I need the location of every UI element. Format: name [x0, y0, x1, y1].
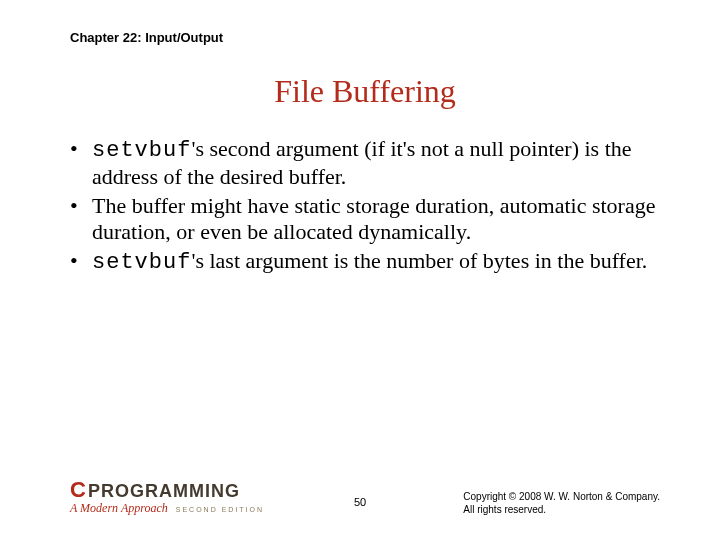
bullet-text: setvbuf's second argument (if it's not a…: [92, 136, 660, 191]
chapter-label: Chapter 22: Input/Output: [70, 30, 660, 45]
logo-sub-line: A Modern Approach SECOND EDITION: [70, 501, 264, 516]
logo-c-letter: C: [70, 477, 86, 503]
logo-approach-text: A Modern Approach: [70, 501, 168, 516]
bullet-rest: 's last argument is the number of bytes …: [191, 248, 647, 273]
bullet-marker: •: [70, 136, 92, 191]
slide: Chapter 22: Input/Output File Buffering …: [0, 0, 720, 540]
bullet-text: The buffer might have static storage dur…: [92, 193, 660, 246]
bullet-item: • The buffer might have static storage d…: [70, 193, 660, 246]
logo-programming-text: PROGRAMMING: [88, 481, 240, 502]
bullet-marker: •: [70, 248, 92, 276]
page-number: 50: [354, 496, 366, 508]
code-span: setvbuf: [92, 138, 191, 163]
copyright-block: Copyright © 2008 W. W. Norton & Company.…: [463, 490, 660, 516]
bullet-marker: •: [70, 193, 92, 246]
content-body: • setvbuf's second argument (if it's not…: [70, 136, 660, 276]
code-span: setvbuf: [92, 250, 191, 275]
book-logo: C PROGRAMMING A Modern Approach SECOND E…: [70, 477, 264, 516]
bullet-plain: The buffer might have static storage dur…: [92, 193, 655, 244]
bullet-item: • setvbuf's second argument (if it's not…: [70, 136, 660, 191]
bullet-item: • setvbuf's last argument is the number …: [70, 248, 660, 276]
logo-top-line: C PROGRAMMING: [70, 477, 264, 503]
logo-edition-text: SECOND EDITION: [176, 506, 264, 513]
copyright-line1: Copyright © 2008 W. W. Norton & Company.: [463, 490, 660, 503]
bullet-text: setvbuf's last argument is the number of…: [92, 248, 660, 276]
slide-title: File Buffering: [70, 73, 660, 110]
copyright-line2: All rights reserved.: [463, 503, 660, 516]
